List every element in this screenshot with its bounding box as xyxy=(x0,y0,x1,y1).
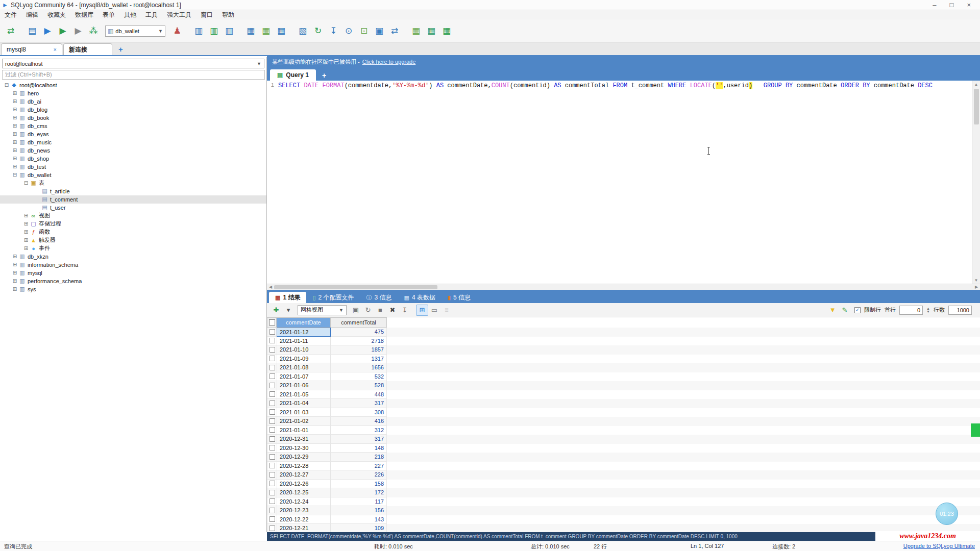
expand-toggle-icon[interactable]: ⊞ xyxy=(22,229,30,235)
comment-date-cell[interactable]: 2020-12-26 xyxy=(277,480,331,489)
menu-item[interactable]: 编辑 xyxy=(21,10,43,19)
tree-item[interactable]: ⊞ ▥ db_shop xyxy=(0,155,266,163)
comment-total-cell[interactable]: 532 xyxy=(331,372,387,382)
table-row[interactable]: 2020-12-30 148 xyxy=(267,444,980,453)
row-checkbox[interactable] xyxy=(267,417,277,426)
new-query-icon[interactable]: ▤ xyxy=(24,23,40,39)
tree-item[interactable]: ⊞ ▥ db_book xyxy=(0,114,266,122)
comment-total-cell[interactable]: 317 xyxy=(331,435,387,444)
comment-total-cell[interactable]: 148 xyxy=(331,444,387,453)
copy-database-icon[interactable]: ▣ xyxy=(372,23,387,39)
expand-toggle-icon[interactable]: ⊞ xyxy=(11,147,18,153)
comment-total-cell[interactable]: 226 xyxy=(331,470,387,480)
close-tab-icon[interactable]: × xyxy=(46,46,57,53)
expand-toggle-icon[interactable]: ⊞ xyxy=(11,270,18,276)
schema-sync-icon[interactable]: ⇄ xyxy=(387,23,402,39)
table-row[interactable]: 2021-01-07 532 xyxy=(267,372,980,382)
row-checkbox[interactable] xyxy=(267,381,277,390)
comment-date-cell[interactable]: 2020-12-28 xyxy=(277,462,331,471)
execute-all-icon[interactable]: ▶ xyxy=(55,23,70,39)
table-row[interactable]: 2021-01-10 1857 xyxy=(267,345,980,355)
row-checkbox[interactable] xyxy=(267,328,277,337)
menu-item[interactable]: 文件 xyxy=(0,10,21,19)
expand-toggle-icon[interactable]: ⊞ xyxy=(22,213,30,218)
expand-toggle-icon[interactable]: ⊞ xyxy=(11,115,18,120)
expand-toggle-icon[interactable]: ⊞ xyxy=(22,221,30,227)
scrollbar-thumb[interactable] xyxy=(974,89,979,124)
row-checkbox[interactable] xyxy=(267,444,277,453)
scroll-left-icon[interactable]: ◀ xyxy=(267,285,274,289)
manage-index-icon[interactable]: ▦ xyxy=(274,23,289,39)
tree-item[interactable]: ▤ t_comment xyxy=(0,195,266,204)
comment-date-cell[interactable]: 2021-01-05 xyxy=(277,390,331,399)
view-mode-selector[interactable]: 网格视图 ▼ xyxy=(298,305,347,315)
connect-icon[interactable]: ⇄ xyxy=(3,23,18,39)
row-checkbox[interactable] xyxy=(267,408,277,417)
table-row[interactable]: 2020-12-27 226 xyxy=(267,470,980,480)
tree-item[interactable]: ⊞ ▥ db_xkzn xyxy=(0,253,266,261)
history-icon[interactable]: ⊙ xyxy=(341,23,356,39)
expand-toggle-icon[interactable]: ⊞ xyxy=(11,278,18,284)
limit-rows-checkbox[interactable]: ✓ xyxy=(854,307,861,313)
comment-total-cell[interactable]: 1317 xyxy=(331,355,387,364)
table-row[interactable]: 2020-12-31 317 xyxy=(267,435,980,444)
object-filter-input[interactable] xyxy=(2,70,265,80)
refresh-result-icon[interactable]: ↻ xyxy=(362,305,374,316)
row-checkbox[interactable] xyxy=(267,453,277,462)
expand-toggle-icon[interactable]: ⊞ xyxy=(11,262,18,267)
tree-item[interactable]: ▤ t_user xyxy=(0,204,266,212)
comment-total-cell[interactable]: 475 xyxy=(331,328,387,337)
comment-total-cell[interactable]: 117 xyxy=(331,497,387,507)
row-checkbox[interactable] xyxy=(267,435,277,444)
menu-item[interactable]: 其他 xyxy=(119,10,141,19)
comment-date-cell[interactable]: 2021-01-07 xyxy=(277,372,331,382)
alter-table-icon[interactable]: ▦ xyxy=(258,23,274,39)
comment-date-cell[interactable]: 2021-01-02 xyxy=(277,417,331,426)
comment-total-cell[interactable]: 172 xyxy=(331,488,387,497)
comment-date-cell[interactable]: 2021-01-10 xyxy=(277,345,331,355)
table-row[interactable]: 2021-01-11 2718 xyxy=(267,337,980,346)
comment-total-cell[interactable]: 227 xyxy=(331,462,387,471)
data-search-icon[interactable]: ▦ xyxy=(408,23,424,39)
table-row[interactable]: 2021-01-02 416 xyxy=(267,417,980,426)
tree-item[interactable]: ⊞ ▥ db_ai xyxy=(0,97,266,106)
table-row[interactable]: 2021-01-05 448 xyxy=(267,390,980,399)
tree-item[interactable]: ⊞ ▥ db_music xyxy=(0,138,266,146)
comment-date-cell[interactable]: 2020-12-22 xyxy=(277,515,331,524)
table-row[interactable]: 2021-01-06 528 xyxy=(267,381,980,390)
row-checkbox[interactable] xyxy=(267,399,277,408)
stepper-icons[interactable]: ▲▼ xyxy=(926,307,930,313)
row-checkbox[interactable] xyxy=(267,355,277,364)
maximize-button[interactable]: □ xyxy=(950,1,954,9)
tree-item[interactable]: ⊞ ▥ hero xyxy=(0,89,266,97)
comment-total-cell[interactable]: 1656 xyxy=(331,363,387,372)
sql-editor[interactable]: 1 SELECT DATE_FORMAT(commentdate,'%Y-%m-… xyxy=(267,81,972,284)
table-row[interactable]: 2020-12-22 143 xyxy=(267,515,980,524)
filter-icon[interactable]: ▼ xyxy=(826,305,839,316)
menu-item[interactable]: 数据库 xyxy=(70,10,98,19)
results-tab[interactable]: ▦ 4 表数据 xyxy=(398,292,442,303)
copy-row-icon[interactable]: ▣ xyxy=(350,305,362,316)
connection-selector[interactable]: root@localhost ▼ xyxy=(2,59,264,68)
comment-total-cell[interactable]: 317 xyxy=(331,399,387,408)
expand-toggle-icon[interactable]: ⊞ xyxy=(11,98,18,104)
data-compare-icon[interactable]: ▦ xyxy=(424,23,439,39)
rows-count-input[interactable]: 1000 xyxy=(948,306,972,315)
timer-badge[interactable]: 01:23 xyxy=(936,503,958,525)
new-connection-button[interactable]: + xyxy=(113,45,128,55)
expand-toggle-icon[interactable]: ⊟ xyxy=(22,180,30,186)
expand-toggle-icon[interactable]: ⊞ xyxy=(22,245,30,251)
tree-item[interactable]: ⊞ ▥ performance_schema xyxy=(0,277,266,285)
expand-toggle-icon[interactable]: ⊞ xyxy=(11,164,18,169)
expand-toggle-icon[interactable]: ⊟ xyxy=(3,82,10,88)
form-view-icon[interactable]: ▭ xyxy=(428,305,440,316)
comment-total-cell[interactable]: 308 xyxy=(331,408,387,417)
tree-item[interactable]: ⊞ ▲ 触发器 xyxy=(0,236,266,244)
tree-item[interactable]: ⊞ ∞ 视图 xyxy=(0,212,266,220)
expand-toggle-icon[interactable]: ⊞ xyxy=(11,254,18,259)
comment-date-cell[interactable]: 2021-01-03 xyxy=(277,408,331,417)
tree-item[interactable]: ⊞ ▥ information_schema xyxy=(0,261,266,269)
insert-update-icon[interactable]: ▧ xyxy=(295,23,310,39)
menu-item[interactable]: 收藏夹 xyxy=(43,10,70,19)
comment-date-cell[interactable]: 2021-01-06 xyxy=(277,381,331,390)
